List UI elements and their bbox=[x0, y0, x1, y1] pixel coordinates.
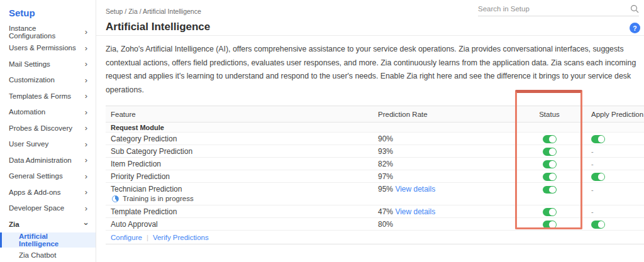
prediction-rate: 80% bbox=[378, 220, 393, 229]
training-note-text: Training is in progress bbox=[123, 195, 194, 202]
sidebar-item-instance-configurations[interactable]: Instance Configurations bbox=[0, 24, 96, 40]
column-header-prediction-rate: Prediction Rate bbox=[378, 111, 516, 118]
status-toggle[interactable] bbox=[543, 135, 557, 143]
sidebar-item-label: Zia bbox=[9, 221, 19, 228]
search-input[interactable] bbox=[478, 5, 630, 13]
sidebar-item-label: Users & Permissions bbox=[9, 44, 76, 52]
sidebar-item-label: General Settings bbox=[9, 172, 63, 180]
configure-link[interactable]: Configure bbox=[111, 234, 142, 241]
chevron-right-icon bbox=[85, 76, 87, 84]
sidebar-item-label: Data Administration bbox=[9, 156, 72, 164]
feature-name: Auto Approval bbox=[106, 220, 378, 229]
chevron-down-icon bbox=[85, 220, 87, 228]
setup-page: Setup Instance Configurations Users & Pe… bbox=[0, 0, 644, 262]
sidebar-subitem-artificial-intelligence[interactable]: Artificial Intelligence bbox=[0, 232, 96, 248]
table-section-request-module: Request Module bbox=[106, 123, 644, 133]
chevron-right-icon bbox=[85, 172, 87, 180]
setup-sidebar: Setup Instance Configurations Users & Pe… bbox=[0, 0, 96, 262]
sidebar-item-templates-forms[interactable]: Templates & Forms bbox=[0, 88, 96, 104]
sidebar-item-label: Developer Space bbox=[9, 204, 64, 212]
chevron-right-icon bbox=[85, 44, 87, 52]
sidebar-item-probes-discovery[interactable]: Probes & Discovery bbox=[0, 120, 96, 136]
apply-prediction-toggle[interactable] bbox=[591, 173, 605, 181]
sidebar-item-label: Customization bbox=[9, 76, 55, 84]
chevron-right-icon bbox=[85, 28, 87, 36]
sidebar-item-users-permissions[interactable]: Users & Permissions bbox=[0, 40, 96, 57]
apply-prediction-toggle[interactable] bbox=[591, 221, 605, 229]
sidebar-item-label: Automation bbox=[9, 108, 45, 116]
apply-prediction-value bbox=[591, 147, 594, 156]
table-row: Technician Prediction Training is in pro… bbox=[106, 183, 644, 205]
sidebar-item-data-administration[interactable]: Data Administration bbox=[0, 152, 96, 168]
prediction-table: Feature Prediction Rate Status Apply Pre… bbox=[106, 106, 644, 244]
status-toggle[interactable] bbox=[543, 173, 557, 181]
sidebar-subitem-label: Artificial Intelligence bbox=[19, 232, 89, 248]
table-row: Auto Approval 80% bbox=[106, 218, 644, 231]
sidebar-item-developer-space[interactable]: Developer Space bbox=[0, 200, 96, 217]
setup-search bbox=[478, 4, 639, 16]
chevron-right-icon bbox=[85, 204, 87, 212]
sidebar-item-apps-addons[interactable]: Apps & Add-ons bbox=[0, 184, 96, 200]
training-note: Training is in progress bbox=[112, 195, 378, 202]
status-toggle[interactable] bbox=[543, 186, 557, 194]
prediction-rate: 93% bbox=[378, 147, 393, 156]
sidebar-item-label: Apps & Add-ons bbox=[9, 188, 60, 196]
apply-prediction-value bbox=[591, 185, 594, 194]
sidebar-item-label: Instance Configurations bbox=[9, 25, 85, 40]
zia-description: Zia, Zoho's Artificial Intelligence (AI)… bbox=[96, 36, 644, 97]
table-row: Template Prediction 47% View details bbox=[106, 205, 644, 218]
prediction-rate: 47% bbox=[378, 207, 393, 216]
chevron-right-icon bbox=[85, 108, 87, 116]
sidebar-item-label: Mail Settings bbox=[9, 60, 50, 68]
main-content: Setup / Zia / Artificial Intelligence Ar… bbox=[96, 0, 644, 262]
table-footer: Configure Verify Predictions bbox=[106, 231, 644, 244]
chevron-right-icon bbox=[85, 140, 87, 148]
column-header-apply-prediction: Apply Prediction bbox=[583, 111, 644, 118]
search-icon[interactable] bbox=[630, 4, 639, 13]
sidebar-item-label: Probes & Discovery bbox=[9, 124, 72, 132]
verify-predictions-link[interactable]: Verify Predictions bbox=[153, 234, 209, 241]
table-header-row: Feature Prediction Rate Status Apply Pre… bbox=[106, 106, 644, 123]
sidebar-item-automation[interactable]: Automation bbox=[0, 104, 96, 121]
feature-name: Category Prediction bbox=[106, 134, 378, 143]
apply-prediction-value bbox=[591, 207, 594, 216]
apply-prediction-value bbox=[591, 160, 594, 168]
view-details-link[interactable]: View details bbox=[395, 207, 435, 216]
chevron-right-icon bbox=[85, 60, 87, 68]
table-row: Category Prediction 90% bbox=[106, 133, 644, 145]
sidebar-title: Setup bbox=[9, 8, 87, 18]
link-separator bbox=[142, 234, 153, 241]
status-toggle[interactable] bbox=[543, 221, 557, 229]
sidebar-item-zia[interactable]: Zia bbox=[0, 216, 96, 232]
chevron-right-icon bbox=[85, 92, 87, 100]
feature-name: Sub Category Prediction bbox=[106, 147, 378, 156]
feature-name: Item Prediction bbox=[106, 160, 378, 168]
help-button[interactable]: ? bbox=[630, 23, 640, 33]
sidebar-item-mail-settings[interactable]: Mail Settings bbox=[0, 56, 96, 72]
feature-name: Template Prediction bbox=[106, 207, 378, 216]
prediction-rate: 97% bbox=[378, 172, 393, 181]
status-toggle[interactable] bbox=[543, 160, 557, 168]
chevron-right-icon bbox=[85, 124, 87, 132]
prediction-rate: 82% bbox=[378, 160, 393, 168]
sidebar-subitem-zia-chatbot[interactable]: Zia Chatbot bbox=[0, 248, 96, 262]
view-details-link[interactable]: View details bbox=[395, 185, 435, 194]
training-progress-icon bbox=[112, 195, 119, 202]
sidebar-subitem-label: Zia Chatbot bbox=[19, 251, 56, 259]
section-label: Request Module bbox=[106, 124, 644, 131]
sidebar-item-label: User Survey bbox=[9, 140, 48, 148]
sidebar-item-user-survey[interactable]: User Survey bbox=[0, 136, 96, 153]
feature-name: Technician Prediction bbox=[111, 185, 378, 194]
prediction-rate: 90% bbox=[378, 134, 393, 143]
chevron-right-icon bbox=[85, 188, 87, 196]
status-toggle[interactable] bbox=[543, 148, 557, 156]
page-title: Artificial Intelligence bbox=[106, 21, 640, 33]
feature-name: Priority Prediction bbox=[106, 172, 378, 181]
column-header-feature: Feature bbox=[106, 111, 378, 118]
table-row: Priority Prediction 97% bbox=[106, 170, 644, 183]
sidebar-item-general-settings[interactable]: General Settings bbox=[0, 168, 96, 185]
status-toggle[interactable] bbox=[543, 208, 557, 216]
apply-prediction-toggle[interactable] bbox=[591, 135, 605, 143]
sidebar-item-label: Templates & Forms bbox=[9, 92, 71, 100]
sidebar-item-customization[interactable]: Customization bbox=[0, 72, 96, 89]
